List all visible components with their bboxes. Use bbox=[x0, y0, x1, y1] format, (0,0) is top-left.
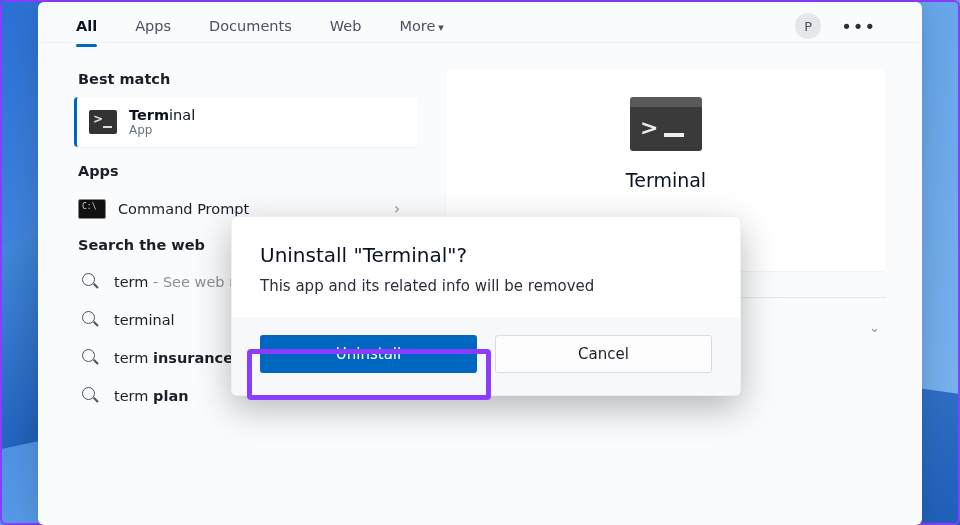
command-prompt-icon bbox=[78, 199, 106, 219]
tab-more[interactable]: More▾ bbox=[399, 10, 443, 42]
dialog-title: Uninstall "Terminal"? bbox=[260, 243, 712, 267]
best-match-name: Terminal bbox=[129, 107, 195, 123]
tab-all[interactable]: All bbox=[76, 10, 97, 42]
terminal-icon bbox=[630, 97, 702, 151]
section-best-match: Best match bbox=[78, 71, 418, 87]
avatar[interactable]: P bbox=[795, 13, 821, 39]
tab-web[interactable]: Web bbox=[330, 10, 362, 42]
more-options-button[interactable]: ••• bbox=[833, 12, 884, 41]
search-icon bbox=[82, 387, 100, 405]
best-match-item[interactable]: Terminal App bbox=[74, 97, 418, 147]
chevron-down-icon: ⌄ bbox=[869, 320, 880, 335]
tab-bar: All Apps Documents Web More▾ P ••• bbox=[38, 2, 922, 43]
tab-documents[interactable]: Documents bbox=[209, 10, 292, 42]
best-match-sub: App bbox=[129, 123, 195, 137]
search-icon bbox=[82, 311, 100, 329]
preview-title: Terminal bbox=[470, 169, 862, 191]
app-result-label: Command Prompt bbox=[118, 201, 388, 217]
chevron-down-icon: ▾ bbox=[438, 21, 444, 34]
uninstall-button[interactable]: Uninstall bbox=[260, 335, 477, 373]
uninstall-dialog: Uninstall "Terminal"? This app and its r… bbox=[231, 216, 741, 396]
section-apps: Apps bbox=[78, 163, 418, 179]
dialog-message: This app and its related info will be re… bbox=[260, 277, 712, 295]
terminal-icon bbox=[89, 110, 117, 134]
cancel-button[interactable]: Cancel bbox=[495, 335, 712, 373]
tab-more-label: More bbox=[399, 18, 435, 34]
tab-apps[interactable]: Apps bbox=[135, 10, 171, 42]
search-icon bbox=[82, 349, 100, 367]
search-icon bbox=[82, 273, 100, 291]
